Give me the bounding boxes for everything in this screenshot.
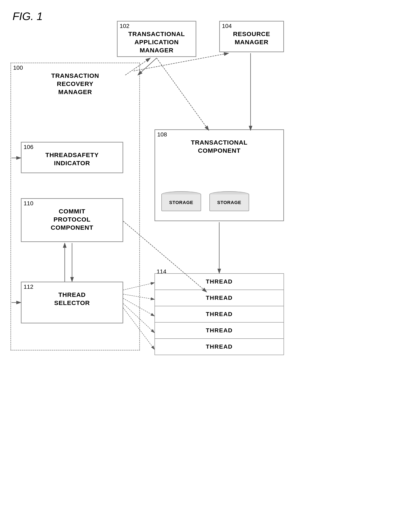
box-tsi-num: 106 <box>24 144 33 151</box>
storage-2-label: STORAGE <box>217 200 241 206</box>
storage-cylinder-2: STORAGE <box>209 191 249 212</box>
box-ts: 112 THREADSELECTOR <box>21 282 123 323</box>
arrow-tam-to-trm <box>138 58 157 75</box>
box-tc-label: TRANSACTIONALCOMPONENT <box>157 138 281 155</box>
arrow-tam-to-tc <box>157 58 209 130</box>
thread-2-label: THREAD <box>206 294 233 301</box>
box-ts-num: 112 <box>24 284 33 290</box>
thread-row-3: THREAD <box>155 306 284 323</box>
thread-5-label: THREAD <box>206 343 233 350</box>
box-tam: 102 TRANSACTIONALAPPLICATIONMANAGER <box>117 21 196 57</box>
figure-label: FIG. 1 <box>12 10 43 22</box>
thread-3-label: THREAD <box>206 311 233 318</box>
thread-row-4: THREAD <box>155 322 284 339</box>
thread-pool-container: 114 THREAD THREAD THREAD THREAD THREAD <box>155 267 284 349</box>
box-rm-label: RESOURCEMANAGER <box>222 30 281 46</box>
box-trm-num: 100 <box>13 65 23 71</box>
thread-4-label: THREAD <box>206 327 233 334</box>
box-tc-num: 108 <box>157 131 167 138</box>
thread-row-5: THREAD <box>155 338 284 355</box>
thread-row-2: THREAD <box>155 290 284 306</box>
thread-1-label: THREAD <box>206 278 233 285</box>
storage-1-label: STORAGE <box>169 200 193 206</box>
box-ts-label: THREADSELECTOR <box>24 291 120 307</box>
thread-row-1: THREAD <box>155 273 284 290</box>
box-rm-num: 104 <box>222 23 232 29</box>
box-trm-label: TRANSACTIONRECOVERYMANAGER <box>13 72 137 96</box>
storage-cylinder-1: STORAGE <box>161 191 201 212</box>
box-cpc: 110 COMMITPROTOCOLCOMPONENT <box>21 198 123 242</box>
box-tsi-label: THREADSAFETYINDICATOR <box>24 151 120 167</box>
box-tsi: 106 THREADSAFETYINDICATOR <box>21 142 123 173</box>
box-rm: 104 RESOURCEMANAGER <box>219 21 284 52</box>
box-cpc-label: COMMITPROTOCOLCOMPONENT <box>24 207 120 232</box>
box-tam-num: 102 <box>120 23 129 29</box>
box-tam-label: TRANSACTIONALAPPLICATIONMANAGER <box>120 30 194 54</box>
box-cpc-num: 110 <box>24 200 33 207</box>
box-tc: 108 TRANSACTIONALCOMPONENT STORAGE STORA… <box>155 129 284 221</box>
